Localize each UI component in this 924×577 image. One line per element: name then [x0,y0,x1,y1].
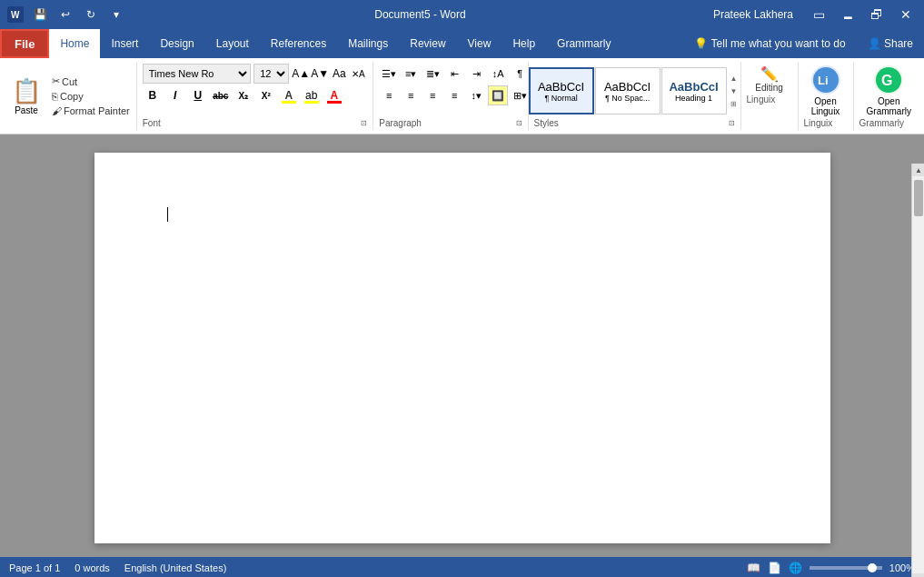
layout-tab[interactable]: Layout [205,29,260,58]
design-tab[interactable]: Design [149,29,204,58]
references-tab[interactable]: References [260,29,337,58]
font-color-button[interactable]: A [279,85,299,105]
title-bar-left: W 💾 ↩ ↻ ▾ [7,4,127,25]
mailings-tab[interactable]: Mailings [337,29,399,58]
ribbon-display-button[interactable]: ▭ [808,4,830,25]
insert-tab[interactable]: Insert [100,29,149,58]
user-name: Prateek Lakhera [713,8,793,21]
minimize-button[interactable]: 🗕 [837,4,859,25]
document-page[interactable] [94,153,830,543]
close-button[interactable]: ✕ [895,4,917,25]
clear-formatting-button[interactable]: ✕A [349,65,367,83]
editing-section: ✏️ Editing Linguix [741,62,799,130]
cut-button[interactable]: ✂ Cut [49,75,133,88]
highlight-indicator [304,101,319,104]
subscript-button[interactable]: X₂ [233,85,253,105]
doc-wrapper: ▲ ▼ [0,134,924,557]
increase-indent-button[interactable]: ⇥ [466,64,486,84]
document-area[interactable] [0,134,924,557]
numbering-button[interactable]: ≡▾ [401,64,421,84]
editing-mode-button[interactable]: ✏️ Editing [747,64,792,95]
styles-scroll-up-button[interactable]: ▲ [728,72,740,85]
save-button[interactable]: 💾 [29,4,51,25]
styles-expand-button[interactable]: ⊞ [728,97,740,110]
tell-me-button[interactable]: 💡 Tell me what you want to do [683,29,857,58]
page-info: Page 1 of 1 [9,562,60,573]
quick-access-toolbar: 💾 ↩ ↻ ▾ [29,4,127,25]
share-button[interactable]: 👤 Share [857,29,924,58]
align-center-button[interactable]: ≡ [401,85,421,105]
review-tab[interactable]: Review [399,29,456,58]
change-case-button[interactable]: Aa [330,65,348,83]
strikethrough-button[interactable]: abc [211,85,231,105]
paste-icon: 📋 [12,77,41,105]
read-mode-button[interactable]: 📖 [747,562,760,574]
scroll-thumb[interactable] [914,180,923,216]
font-controls: Times New Ro 12 A▲ A▼ Aa ✕A B I U abc X₂… [143,64,367,118]
format-painter-button[interactable]: 🖌 Format Painter [49,104,133,117]
align-left-button[interactable]: ≡ [379,85,399,105]
clipboard-sub: ✂ Cut ⎘ Copy 🖌 Format Painter [49,64,133,128]
increase-font-size-button[interactable]: A▲ [292,65,310,83]
multilevel-list-button[interactable]: ≣▾ [422,64,442,84]
styles-expand-icon[interactable]: ⊡ [729,119,735,127]
home-tab[interactable]: Home [49,29,100,58]
italic-button[interactable]: I [165,85,185,105]
bullets-button[interactable]: ☰▾ [379,64,399,84]
view-tab[interactable]: View [457,29,502,58]
print-layout-button[interactable]: 📄 [768,562,781,574]
help-tab[interactable]: Help [502,29,546,58]
styles-scroll-down-button[interactable]: ▼ [728,85,740,97]
scroll-up-button[interactable]: ▲ [912,164,924,176]
style-no-spacing[interactable]: AaBbCcI ¶ No Spac... [595,67,661,114]
open-grammarly-button[interactable]: G Open Grammarly [859,64,919,118]
open-linguix-section: Li Open Linguix Linguix [799,62,854,130]
align-right-button[interactable]: ≡ [422,85,442,105]
line-spacing-button[interactable]: ↕▾ [466,85,486,105]
superscript-button[interactable]: X² [256,85,276,105]
tab-bar: File Home Insert Design Layout Reference… [0,29,924,58]
svg-text:G: G [881,73,892,88]
style-normal[interactable]: AaBbCcI ¶ Normal [529,67,594,114]
justify-button[interactable]: ≡ [444,85,464,105]
undo-button[interactable]: ↩ [55,4,76,25]
borders-button[interactable]: ⊞▾ [510,85,530,105]
svg-text:Li: Li [818,74,829,87]
open-linguix-button[interactable]: Li Open Linguix [804,64,848,118]
font-format-row: B I U abc X₂ X² A ab A [143,85,367,105]
sort-button[interactable]: ↕A [488,64,508,84]
para-align-row: ≡ ≡ ≡ ≡ ↕▾ 🔲 ⊞▾ [379,85,530,105]
zoom-slider[interactable] [810,566,882,570]
text-color-button[interactable]: A [324,85,344,105]
font-size-select[interactable]: 12 [253,64,289,84]
clipboard-section: 📋 Paste ✂ Cut ⎘ Copy 🖌 Format Painter [0,62,137,130]
copy-icon: ⎘ [52,91,58,102]
decrease-font-size-button[interactable]: A▼ [311,65,329,83]
shading-button[interactable]: 🔲 [488,85,508,105]
customize-qat-button[interactable]: ▾ [105,4,127,25]
copy-button[interactable]: ⎘ Copy [49,90,133,103]
file-tab[interactable]: File [0,29,49,58]
para-list-row: ☰▾ ≡▾ ≣▾ ⇤ ⇥ ↕A ¶ [379,64,530,84]
decrease-indent-button[interactable]: ⇤ [444,64,464,84]
bold-button[interactable]: B [143,85,163,105]
paragraph-controls: ☰▾ ≡▾ ≣▾ ⇤ ⇥ ↕A ¶ ≡ ≡ ≡ ≡ ↕▾ 🔲 ⊞▾ [379,64,522,118]
underline-button[interactable]: U [188,85,208,105]
show-formatting-button[interactable]: ¶ [510,64,530,84]
web-layout-button[interactable]: 🌐 [789,562,802,574]
style-heading1[interactable]: AaBbCcI Heading 1 [661,67,727,114]
cut-icon: ✂ [52,75,60,87]
restore-button[interactable]: 🗗 [866,4,888,25]
pencil-icon: ✏️ [760,65,779,83]
paragraph-section: ☰▾ ≡▾ ≣▾ ⇤ ⇥ ↕A ¶ ≡ ≡ ≡ ≡ ↕▾ 🔲 ⊞▾ Paragr… [373,62,528,130]
grammarly-tab[interactable]: Grammarly [546,29,621,58]
paste-button[interactable]: 📋 Paste [4,64,49,128]
font-expand-icon[interactable]: ⊡ [361,119,367,127]
styles-scroll: ▲ ▼ ⊞ [728,72,740,110]
font-name-select[interactable]: Times New Ro [143,64,251,84]
scroll-down-button[interactable]: ▼ [912,573,924,577]
scroll-track[interactable] [912,176,924,573]
paragraph-expand-icon[interactable]: ⊡ [516,119,522,127]
highlight-color-button[interactable]: ab [302,85,322,105]
redo-button[interactable]: ↻ [80,4,102,25]
